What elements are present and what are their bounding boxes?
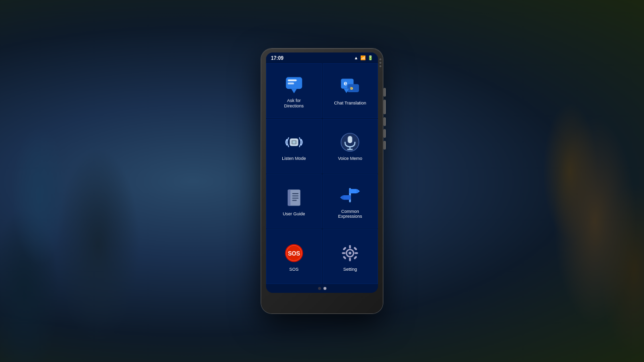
- app-chat-translation[interactable]: e ə Chat Translation: [322, 63, 378, 118]
- trees-left-decoration: [0, 0, 245, 362]
- app-user-guide[interactable]: User Guide: [266, 174, 322, 229]
- svg-rect-20: [292, 198, 298, 199]
- svg-text:SOS: SOS: [288, 250, 300, 257]
- svg-rect-38: [343, 256, 347, 259]
- svg-rect-39: [353, 256, 357, 259]
- app-voice-memo[interactable]: Voice Memo: [322, 119, 378, 174]
- ask-for-directions-label: Ask for Directions: [284, 98, 304, 109]
- svg-rect-35: [354, 252, 358, 254]
- speaker-dot: [379, 58, 381, 60]
- app-setting[interactable]: Setting: [322, 229, 378, 284]
- svg-text:ə: ə: [350, 86, 353, 91]
- svg-marker-3: [291, 89, 296, 93]
- speaker-dot: [379, 62, 381, 64]
- speaker-dot: [379, 65, 381, 67]
- side-button-3[interactable]: [383, 117, 386, 126]
- status-icons: ▲ 📶 🔋: [354, 55, 373, 60]
- svg-rect-25: [343, 195, 351, 200]
- app-grid: Ask for Directions e ə: [266, 63, 378, 284]
- svg-rect-33: [349, 258, 351, 261]
- svg-rect-36: [343, 247, 347, 251]
- svg-rect-18: [292, 193, 298, 194]
- common-expressions-label: Common Expressions: [338, 209, 362, 220]
- svg-point-11: [293, 141, 295, 144]
- svg-rect-21: [292, 200, 296, 201]
- svg-rect-13: [348, 136, 352, 143]
- app-sos[interactable]: SOS SOS: [266, 229, 322, 284]
- app-listen-mode[interactable]: Listen Mode: [266, 119, 322, 174]
- svg-rect-23: [349, 189, 357, 193]
- chat-translation-label: Chat Translation: [334, 101, 366, 106]
- app-ask-for-directions[interactable]: Ask for Directions: [266, 63, 322, 118]
- voice-memo-label: Voice Memo: [338, 156, 362, 161]
- setting-icon: [338, 241, 362, 265]
- side-button-1[interactable]: [383, 88, 386, 97]
- chat-translation-icon: e ə: [338, 75, 362, 99]
- page-dot-2[interactable]: [323, 287, 326, 290]
- status-time: 17:09: [271, 55, 284, 61]
- user-guide-label: User Guide: [283, 211, 305, 217]
- svg-rect-6: [348, 84, 359, 93]
- sos-icon: SOS: [282, 241, 306, 265]
- svg-rect-37: [353, 247, 357, 251]
- voice-memo-icon: [338, 130, 362, 154]
- screen: 17:09 ▲ 📶 🔋: [266, 52, 378, 293]
- device: 17:09 ▲ 📶 🔋: [261, 49, 383, 313]
- signal-icon: 📶: [360, 55, 366, 60]
- ask-for-directions-icon: [282, 73, 306, 96]
- side-buttons: [383, 88, 386, 150]
- svg-rect-32: [349, 245, 351, 248]
- svg-rect-17: [288, 189, 291, 206]
- sos-label: SOS: [289, 267, 298, 272]
- svg-rect-34: [342, 252, 346, 254]
- svg-text:e: e: [344, 80, 347, 87]
- svg-rect-19: [292, 195, 298, 196]
- svg-rect-2: [288, 82, 294, 84]
- app-common-expressions[interactable]: Common Expressions: [322, 174, 378, 229]
- battery-icon: 🔋: [368, 55, 373, 60]
- svg-point-31: [349, 252, 352, 255]
- svg-marker-26: [340, 195, 343, 200]
- svg-marker-24: [357, 189, 360, 193]
- screen-container: 17:09 ▲ 📶 🔋: [266, 52, 378, 293]
- side-button-2[interactable]: [383, 100, 386, 114]
- side-button-4[interactable]: [383, 129, 386, 138]
- trees-right-decoration: [399, 0, 644, 362]
- listen-mode-label: Listen Mode: [282, 156, 306, 161]
- side-button-5[interactable]: [383, 141, 386, 150]
- common-expressions-icon: [338, 183, 362, 207]
- svg-rect-1: [288, 79, 296, 81]
- page-dot-1[interactable]: [318, 287, 321, 290]
- page-indicator: [266, 284, 378, 293]
- setting-label: Setting: [343, 267, 357, 272]
- listen-mode-icon: [282, 130, 306, 154]
- user-guide-icon: [282, 186, 306, 209]
- status-bar: 17:09 ▲ 📶 🔋: [266, 52, 378, 63]
- wifi-icon: ▲: [354, 55, 358, 60]
